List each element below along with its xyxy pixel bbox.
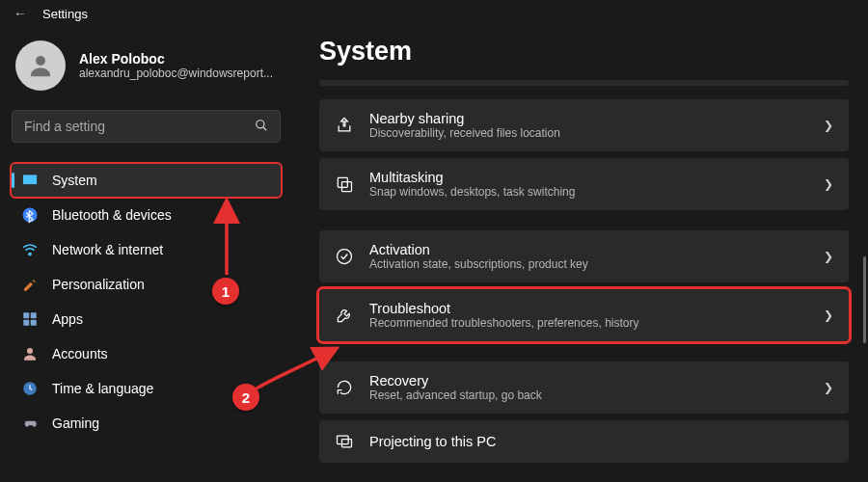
chevron-right-icon: ❯	[824, 381, 833, 394]
search-icon	[255, 119, 268, 135]
apps-icon	[21, 310, 39, 328]
sidebar-item-label: Network & internet	[52, 242, 163, 257]
search-box[interactable]	[12, 110, 281, 143]
sidebar-item-bluetooth[interactable]: Bluetooth & devices	[12, 199, 281, 231]
main-content: System Nearby sharing Discoverability, r…	[292, 27, 868, 482]
multitask-icon	[335, 174, 354, 194]
card-text: Nearby sharing Discoverability, received…	[369, 111, 808, 140]
profile-email: alexandru_poloboc@windowsreport...	[79, 67, 273, 80]
card-text: Troubleshoot Recommended troubleshooters…	[369, 301, 808, 330]
chevron-right-icon: ❯	[824, 177, 833, 191]
svg-point-6	[29, 253, 31, 254]
bluetooth-icon	[21, 206, 39, 224]
person-icon	[26, 51, 55, 80]
card-recovery[interactable]: Recovery Reset, advanced startup, go bac…	[319, 362, 849, 414]
back-icon[interactable]: ←	[14, 6, 27, 21]
header-title: Settings	[42, 7, 88, 21]
sidebar-item-personalization[interactable]: Personalization	[12, 268, 281, 301]
search-input[interactable]	[24, 119, 255, 134]
check-icon	[335, 247, 354, 266]
svg-rect-7	[23, 312, 29, 318]
app-header: ← Settings	[0, 0, 868, 27]
sidebar-item-label: Personalization	[52, 277, 145, 292]
svg-rect-16	[338, 436, 349, 443]
sidebar-item-apps[interactable]: Apps	[12, 303, 281, 335]
brush-icon	[21, 276, 39, 293]
sidebar-item-label: Time & language	[52, 381, 153, 396]
card-subtitle: Discoverability, received files location	[369, 126, 808, 140]
page-title: System	[319, 37, 849, 67]
card-multitasking[interactable]: Multitasking Snap windows, desktops, tas…	[319, 158, 849, 210]
sidebar-item-label: Gaming	[52, 415, 99, 431]
card-subtitle: Snap windows, desktops, task switching	[369, 185, 808, 199]
nav-list: System Bluetooth & devices Network & int…	[12, 164, 281, 440]
svg-rect-3	[23, 174, 38, 185]
wifi-icon	[21, 241, 39, 258]
card-list: Nearby sharing Discoverability, received…	[319, 99, 849, 463]
card-title: Multitasking	[369, 170, 808, 185]
card-activation[interactable]: Activation Activation state, subscriptio…	[319, 230, 849, 282]
card-text: Projecting to this PC	[369, 434, 833, 449]
recovery-icon	[335, 378, 354, 397]
sidebar-item-gaming[interactable]: Gaming	[12, 407, 281, 440]
share-icon	[335, 116, 354, 135]
card-title: Projecting to this PC	[369, 434, 833, 449]
card-title: Nearby sharing	[369, 111, 808, 126]
profile-block[interactable]: Alex Poloboc alexandru_poloboc@windowsre…	[12, 37, 281, 106]
svg-rect-9	[23, 320, 29, 326]
sidebar: Alex Poloboc alexandru_poloboc@windowsre…	[0, 27, 292, 482]
svg-point-15	[338, 250, 352, 264]
card-text: Multitasking Snap windows, desktops, tas…	[369, 170, 808, 199]
project-icon	[335, 432, 354, 451]
sidebar-item-accounts[interactable]: Accounts	[12, 337, 281, 370]
scrollbar[interactable]	[863, 256, 866, 343]
svg-rect-10	[31, 320, 37, 326]
card-title: Troubleshoot	[369, 301, 808, 316]
sidebar-item-label: Accounts	[52, 346, 108, 362]
system-icon	[21, 172, 39, 189]
time-icon	[21, 380, 39, 397]
svg-rect-17	[342, 440, 352, 447]
gaming-icon	[21, 415, 39, 432]
svg-point-11	[27, 348, 33, 354]
chevron-right-icon: ❯	[824, 119, 833, 132]
partial-card-above	[319, 80, 849, 86]
wrench-icon	[335, 306, 354, 325]
sidebar-item-time-language[interactable]: Time & language	[12, 372, 281, 405]
sidebar-item-network[interactable]: Network & internet	[12, 233, 281, 266]
card-troubleshoot[interactable]: Troubleshoot Recommended troubleshooters…	[319, 289, 849, 341]
avatar	[15, 40, 66, 91]
svg-rect-14	[342, 182, 352, 192]
card-projecting[interactable]: Projecting to this PC	[319, 420, 849, 463]
card-subtitle: Recommended troubleshooters, preferences…	[369, 316, 808, 330]
card-subtitle: Reset, advanced startup, go back	[369, 388, 808, 402]
svg-line-2	[263, 126, 267, 130]
body: Alex Poloboc alexandru_poloboc@windowsre…	[0, 27, 868, 482]
profile-name: Alex Poloboc	[79, 51, 273, 67]
svg-point-1	[257, 120, 264, 127]
accounts-icon	[21, 345, 39, 362]
svg-rect-13	[338, 177, 347, 187]
card-title: Recovery	[369, 373, 808, 388]
card-nearby-sharing[interactable]: Nearby sharing Discoverability, received…	[319, 99, 849, 151]
card-subtitle: Activation state, subscriptions, product…	[369, 257, 808, 271]
sidebar-item-label: Bluetooth & devices	[52, 207, 172, 223]
card-text: Recovery Reset, advanced startup, go bac…	[369, 373, 808, 402]
card-text: Activation Activation state, subscriptio…	[369, 242, 808, 271]
chevron-right-icon: ❯	[824, 250, 833, 263]
sidebar-item-system[interactable]: System	[12, 164, 281, 197]
chevron-right-icon: ❯	[824, 308, 833, 322]
card-title: Activation	[369, 242, 808, 257]
svg-rect-8	[31, 312, 37, 318]
sidebar-item-label: System	[52, 173, 97, 188]
sidebar-item-label: Apps	[52, 311, 83, 327]
profile-text: Alex Poloboc alexandru_poloboc@windowsre…	[79, 51, 273, 80]
svg-point-0	[36, 56, 45, 66]
